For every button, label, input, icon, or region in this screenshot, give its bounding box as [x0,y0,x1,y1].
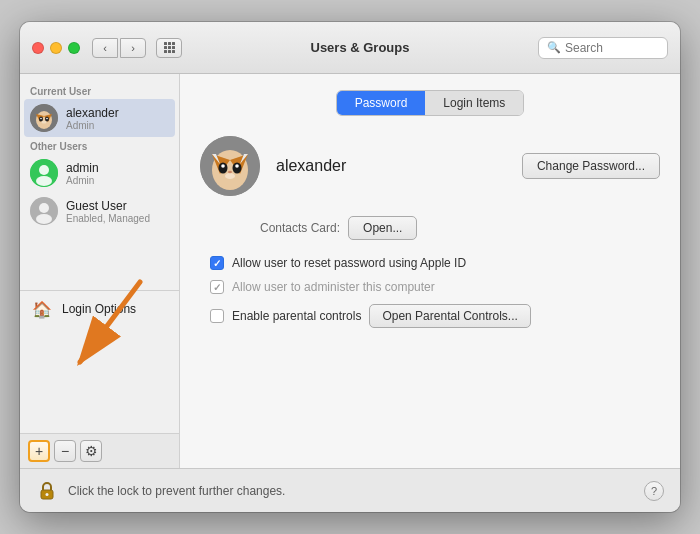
svg-point-28 [46,493,49,496]
current-user-role: Admin [66,120,119,131]
tab-group: Password Login Items [336,90,525,116]
admin-avatar-icon [30,159,58,187]
svg-point-23 [225,173,235,179]
option-label-2: Allow user to administer this computer [232,280,435,294]
add-user-button[interactable]: + [28,440,50,462]
search-icon: 🔍 [547,41,561,54]
tabs-row: Password Login Items [200,90,660,116]
current-user-label: Current User [20,82,179,99]
svg-point-10 [39,165,49,175]
user-display-name: alexander [276,157,506,175]
settings-button[interactable]: ⚙ [80,440,102,462]
search-input[interactable] [565,41,655,55]
forward-button[interactable]: › [120,38,146,58]
checkmark-icon: ✓ [213,258,221,269]
svg-point-8 [46,118,48,120]
parental-row: Enable parental controls Open Parental C… [210,304,660,328]
guest-user-role: Enabled, Managed [66,213,150,224]
svg-point-22 [233,163,242,174]
tab-login-items[interactable]: Login Items [425,91,523,115]
fox-avatar-large [200,136,260,196]
svg-point-13 [39,203,49,213]
fox-avatar-mini [30,104,58,132]
contacts-label: Contacts Card: [260,221,340,235]
lock-text: Click the lock to prevent further change… [68,484,634,498]
help-button[interactable]: ? [644,481,664,501]
svg-point-14 [36,214,52,224]
guest-avatar-icon [30,197,58,225]
svg-point-11 [36,176,52,186]
option-row-2: ✓ Allow user to administer this computer [210,280,660,294]
avatar-guest [30,197,58,225]
minimize-button[interactable] [50,42,62,54]
sidebar-actions: + − ⚙ [20,433,179,468]
admin-user-role: Admin [66,175,99,186]
user-header: alexander Change Password... [200,136,660,196]
option-label-1: Allow user to reset password using Apple… [232,256,466,270]
guest-user-name: Guest User [66,199,150,213]
svg-point-26 [228,171,232,173]
titlebar: ‹ › Users & Groups 🔍 [20,22,680,74]
sidebar-item-admin[interactable]: admin Admin [20,154,179,192]
svg-point-24 [221,164,225,168]
lock-icon[interactable] [36,480,58,502]
avatar-large [200,136,260,196]
traffic-lights [32,42,80,54]
sidebar-list: Current User [20,74,179,433]
lock-svg [36,480,58,502]
search-bar[interactable]: 🔍 [538,37,668,59]
sidebar-item-login-options[interactable]: 🏠 Login Options [20,290,179,327]
gear-icon: ⚙ [85,443,98,459]
house-icon: 🏠 [30,297,54,321]
checkmark-gray-icon: ✓ [213,282,221,293]
maximize-button[interactable] [68,42,80,54]
tab-password[interactable]: Password [337,91,426,115]
avatar-alexander [30,104,58,132]
main-window: ‹ › Users & Groups 🔍 Current User [20,22,680,512]
admin-user-name: admin [66,161,99,175]
grid-button[interactable] [156,38,182,58]
other-users-label: Other Users [20,137,179,154]
sidebar-item-guest[interactable]: Guest User Enabled, Managed [20,192,179,230]
login-options-label: Login Options [62,302,136,316]
window-title: Users & Groups [190,40,530,55]
checkbox-administer[interactable]: ✓ [210,280,224,294]
close-button[interactable] [32,42,44,54]
back-button[interactable]: ‹ [92,38,118,58]
avatar-admin [30,159,58,187]
svg-point-21 [219,163,228,174]
svg-point-7 [40,118,42,120]
options-section: ✓ Allow user to reset password using App… [200,256,660,328]
remove-user-button[interactable]: − [54,440,76,462]
checkbox-parental[interactable] [210,309,224,323]
bottom-bar: Click the lock to prevent further change… [20,468,680,512]
svg-point-1 [36,111,52,129]
content-area: Current User [20,74,680,468]
option-label-3: Enable parental controls [232,309,361,323]
change-password-button[interactable]: Change Password... [522,153,660,179]
svg-point-6 [42,121,47,124]
contacts-open-button[interactable]: Open... [348,216,417,240]
admin-user-info: admin Admin [66,161,99,186]
option-row-1: ✓ Allow user to reset password using App… [210,256,660,270]
remove-icon: − [61,443,69,459]
open-parental-controls-button[interactable]: Open Parental Controls... [369,304,530,328]
contacts-row: Contacts Card: Open... [200,216,660,240]
current-user-name: alexander [66,106,119,120]
sidebar: Current User [20,74,180,468]
add-icon: + [35,443,43,459]
nav-buttons: ‹ › [92,38,146,58]
guest-user-info: Guest User Enabled, Managed [66,199,150,224]
main-panel: Password Login Items [180,74,680,468]
checkbox-reset-password[interactable]: ✓ [210,256,224,270]
current-user-info: alexander Admin [66,106,119,131]
svg-point-25 [235,164,239,168]
sidebar-item-alexander[interactable]: alexander Admin [24,99,175,137]
